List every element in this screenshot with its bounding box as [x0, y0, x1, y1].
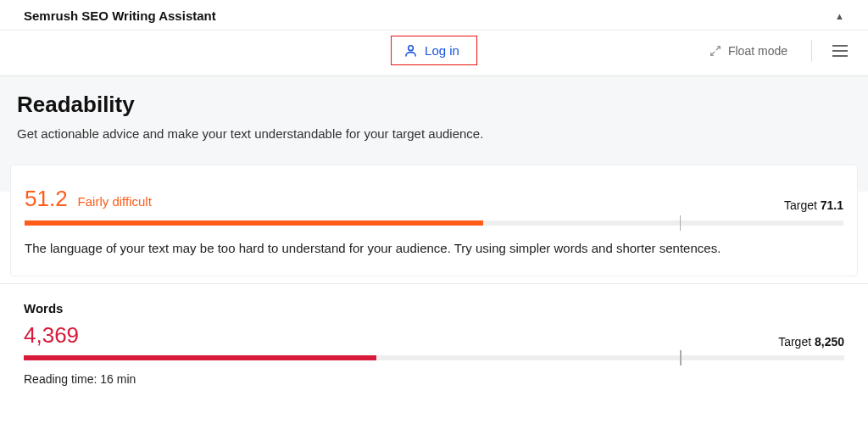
readability-score-label: Fairly difficult: [78, 194, 152, 209]
float-icon: [709, 45, 721, 57]
readability-score-card: 51.2 Fairly difficult Target 71.1 The la…: [10, 165, 858, 276]
login-button[interactable]: Log in: [391, 36, 477, 65]
user-icon: [403, 43, 418, 58]
words-progress-bar: [24, 355, 844, 360]
target-value: 71.1: [821, 198, 843, 212]
readability-progress-fill: [25, 220, 483, 226]
readability-target: Target 71.1: [784, 198, 843, 212]
toolbar: Log in Float mode: [0, 31, 868, 76]
panel-header: Semrush SEO Writing Assistant ▲: [0, 0, 868, 31]
reading-time: Reading time: 16 min: [24, 372, 844, 386]
section-title: Readability: [17, 92, 851, 118]
words-target-tick: [680, 350, 682, 365]
readability-advice: The language of your text may be too har…: [25, 239, 843, 257]
readability-score-value: 51.2: [25, 186, 68, 212]
hamburger-menu-icon[interactable]: [829, 42, 851, 60]
float-mode-button[interactable]: Float mode: [709, 44, 787, 58]
words-title: Words: [24, 301, 844, 315]
separator: [811, 40, 812, 62]
target-prefix: Target: [784, 198, 821, 212]
target-value: 8,250: [815, 335, 844, 349]
float-mode-label: Float mode: [728, 44, 787, 58]
words-target: Target 8,250: [778, 335, 844, 349]
words-count: 4,369: [24, 322, 79, 349]
collapse-caret-icon[interactable]: ▲: [835, 11, 844, 21]
app-title: Semrush SEO Writing Assistant: [24, 8, 216, 23]
svg-point-0: [409, 46, 414, 51]
words-progress-fill: [24, 355, 376, 360]
readability-progress-bar: [25, 220, 843, 226]
section-subtitle: Get actionable advice and make your text…: [17, 126, 851, 141]
words-section: Words 4,369 Target 8,250 Reading time: 1…: [0, 283, 868, 386]
readability-target-tick: [680, 215, 682, 231]
login-label: Log in: [425, 43, 459, 58]
target-prefix: Target: [778, 335, 815, 349]
